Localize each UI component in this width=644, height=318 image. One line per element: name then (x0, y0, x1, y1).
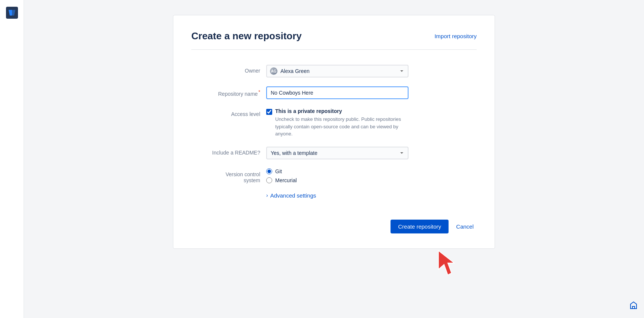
vcs-label: Version controlsystem (191, 168, 266, 183)
owner-wrapper: AG Alexa Green (266, 65, 408, 77)
advanced-settings-row: › Advanced settings (191, 192, 477, 199)
bottom-right-icon (629, 301, 638, 312)
page-title: Create a new repository (191, 30, 302, 42)
main-content: Create a new repository Import repositor… (24, 0, 644, 318)
advanced-settings-toggle[interactable]: › Advanced settings (266, 192, 316, 199)
cursor-arrow (431, 249, 457, 284)
access-label-group: This is a private repository Uncheck to … (275, 108, 410, 138)
git-radio[interactable] (266, 168, 272, 174)
form-body: Owner AG Alexa Green Repository name* (191, 59, 477, 217)
avatar: AG (270, 67, 277, 75)
private-checkbox[interactable] (266, 109, 272, 115)
create-repo-card: Create a new repository Import repositor… (173, 15, 495, 249)
readme-label: Include a README? (191, 147, 266, 156)
readme-select[interactable]: No Yes, with a template Yes, with a tuto… (266, 147, 408, 159)
create-repository-button[interactable]: Create repository (391, 220, 449, 233)
git-radio-label[interactable]: Git (266, 168, 297, 174)
readme-row: Include a README? No Yes, with a templat… (191, 147, 477, 159)
bitbucket-logo[interactable] (5, 6, 19, 19)
chevron-right-icon: › (266, 192, 268, 198)
avatar-image: AG (270, 67, 277, 75)
card-header: Create a new repository Import repositor… (191, 30, 477, 50)
owner-label: Owner (191, 65, 266, 74)
owner-select[interactable]: Alexa Green (266, 65, 408, 77)
mercurial-label: Mercurial (275, 177, 297, 183)
access-level-control: This is a private repository Uncheck to … (266, 108, 410, 138)
repo-name-input[interactable] (266, 86, 408, 99)
required-asterisk: * (258, 89, 260, 95)
git-label: Git (275, 168, 282, 174)
svg-marker-1 (438, 251, 454, 275)
cancel-button[interactable]: Cancel (453, 220, 477, 233)
vcs-row: Version controlsystem Git Mercurial (191, 168, 477, 183)
repo-name-label: Repository name* (191, 86, 266, 97)
private-desc: Uncheck to make this repository public. … (275, 116, 410, 138)
advanced-settings-label: Advanced settings (270, 192, 316, 199)
mercurial-radio[interactable] (266, 177, 272, 183)
vcs-radio-group: Git Mercurial (266, 168, 297, 183)
mercurial-radio-label[interactable]: Mercurial (266, 177, 297, 183)
sidebar (0, 0, 24, 318)
private-checkbox-wrapper: This is a private repository Uncheck to … (266, 108, 410, 138)
access-level-row: Access level This is a private repositor… (191, 108, 477, 138)
repo-name-row: Repository name* (191, 86, 477, 99)
owner-row: Owner AG Alexa Green (191, 65, 477, 77)
access-level-label: Access level (191, 108, 266, 117)
import-repository-link[interactable]: Import repository (434, 33, 477, 39)
form-footer: Create repository Cancel (191, 220, 477, 233)
private-label: This is a private repository (275, 108, 410, 114)
